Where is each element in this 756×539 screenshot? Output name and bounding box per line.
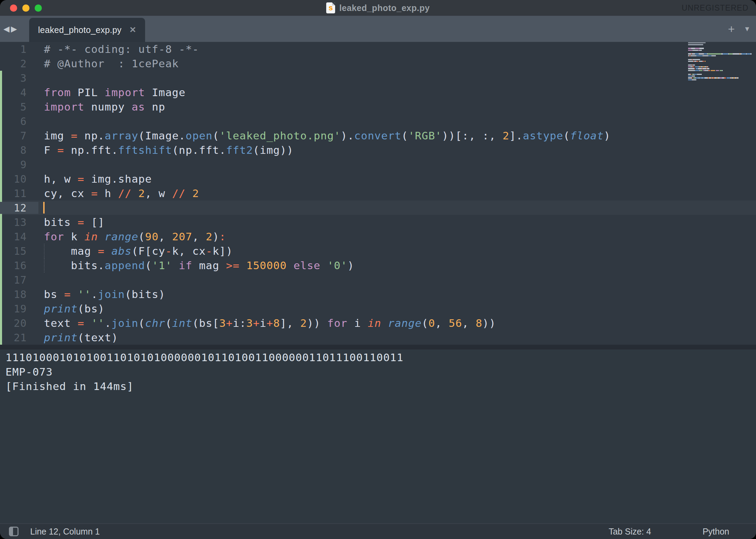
code-text: # @Author : 1cePeak bbox=[38, 57, 179, 70]
code-line-8[interactable]: 8F = np.fft.fftshift(np.fft.fft2(img)) bbox=[0, 143, 756, 157]
file-icon: s bbox=[326, 2, 335, 13]
syntax-status[interactable]: Python bbox=[702, 527, 729, 537]
tab-bar: ◀ ▶ leaked_photo_exp.py ✕ + ▼ bbox=[0, 16, 756, 42]
code-line-10[interactable]: 10h, w = img.shape bbox=[0, 172, 756, 186]
line-number: 20 bbox=[0, 317, 38, 329]
line-number: 10 bbox=[0, 173, 38, 185]
code-line-3[interactable]: 3 bbox=[0, 71, 756, 85]
line-number: 4 bbox=[0, 87, 38, 99]
line-number: 7 bbox=[0, 130, 38, 142]
code-line-9[interactable]: 9 bbox=[0, 157, 756, 172]
code-text: h, w = img.shape bbox=[38, 173, 152, 185]
tab-leaked-photo-exp[interactable]: leaked_photo_exp.py ✕ bbox=[29, 18, 145, 42]
code-line-17[interactable]: 17 bbox=[0, 273, 756, 287]
tab-nav-arrows: ◀ ▶ bbox=[3, 16, 17, 42]
code-line-16[interactable]: 16 bits.append('1' if mag >= 150000 else… bbox=[0, 258, 756, 273]
code-line-20[interactable]: 20text = ''.join(chr(int(bs[3+i:3+i+8], … bbox=[0, 316, 756, 330]
tab-overflow-button[interactable]: ▼ bbox=[744, 25, 751, 33]
status-bar: Line 12, Column 1 Tab Size: 4 Python bbox=[0, 523, 756, 539]
build-output-panel: 1110100010101001101010100000010110100110… bbox=[0, 349, 756, 523]
code-text: F = np.fft.fftshift(np.fft.fft2(img)) bbox=[38, 144, 294, 156]
title-bar: s leaked_photo_exp.py UNREGISTERED bbox=[0, 0, 756, 16]
code-line-5[interactable]: 5import numpy as np bbox=[0, 100, 756, 114]
line-number: 1 bbox=[0, 43, 38, 55]
code-text: print(text) bbox=[38, 331, 118, 344]
code-text: # -*- coding: utf-8 -*- bbox=[38, 43, 199, 55]
code-line-21[interactable]: 21print(text) bbox=[0, 330, 756, 345]
nav-forward-icon[interactable]: ▶ bbox=[11, 24, 17, 34]
minimap[interactable] bbox=[688, 42, 754, 124]
line-number: 8 bbox=[0, 144, 38, 156]
output-line: EMP-073 bbox=[0, 365, 756, 379]
line-number: 6 bbox=[0, 115, 38, 127]
tab-label: leaked_photo_exp.py bbox=[38, 25, 121, 35]
indent-guide bbox=[44, 244, 45, 258]
line-number: 2 bbox=[0, 58, 38, 70]
line-number: 16 bbox=[0, 260, 38, 272]
panel-toggle-icon[interactable] bbox=[9, 527, 19, 536]
title-center: s leaked_photo_exp.py bbox=[0, 0, 756, 16]
line-number: 15 bbox=[0, 245, 38, 257]
line-number: 3 bbox=[0, 72, 38, 84]
panel-divider bbox=[0, 345, 756, 349]
code-text: mag = abs(F[cy-k, cx-k]) bbox=[38, 245, 233, 257]
code-line-7[interactable]: 7img = np.array(Image.open('leaked_photo… bbox=[0, 128, 756, 143]
line-number: 18 bbox=[0, 288, 38, 300]
unregistered-badge: UNREGISTERED bbox=[682, 3, 748, 13]
window-title: leaked_photo_exp.py bbox=[339, 3, 430, 13]
sublime-window: s leaked_photo_exp.py UNREGISTERED ◀ ▶ l… bbox=[0, 0, 756, 539]
line-number: 13 bbox=[0, 216, 38, 228]
tab-actions: + ▼ bbox=[728, 16, 751, 42]
nav-back-icon[interactable]: ◀ bbox=[3, 24, 10, 34]
code-line-4[interactable]: 4from PIL import Image bbox=[0, 85, 756, 100]
code-line-13[interactable]: 13bits = [] bbox=[0, 215, 756, 229]
code-text: bits.append('1' if mag >= 150000 else '0… bbox=[38, 259, 354, 272]
line-number: 9 bbox=[0, 159, 38, 171]
code-text: cy, cx = h // 2, w // 2 bbox=[38, 187, 199, 199]
output-line: 1110100010101001101010100000010110100110… bbox=[0, 350, 756, 365]
code-lines: 1# -*- coding: utf-8 -*-2# @Author : 1ce… bbox=[0, 42, 756, 345]
code-line-19[interactable]: 19print(bs) bbox=[0, 301, 756, 316]
minimap-row bbox=[688, 79, 754, 81]
new-tab-button[interactable]: + bbox=[728, 23, 735, 35]
code-text: print(bs) bbox=[38, 302, 105, 315]
text-caret bbox=[43, 202, 45, 214]
code-text: bits = [] bbox=[38, 216, 105, 228]
code-text: from PIL import Image bbox=[38, 86, 186, 99]
code-text: import numpy as np bbox=[38, 101, 165, 113]
code-line-14[interactable]: 14for k in range(90, 207, 2): bbox=[0, 229, 756, 244]
code-line-18[interactable]: 18bs = ''.join(bits) bbox=[0, 287, 756, 301]
code-line-6[interactable]: 6 bbox=[0, 114, 756, 128]
indent-guide bbox=[44, 258, 45, 273]
line-number: 17 bbox=[0, 274, 38, 286]
code-text: img = np.array(Image.open('leaked_photo.… bbox=[38, 129, 611, 142]
code-line-12[interactable]: 12 bbox=[0, 200, 756, 215]
line-number: 19 bbox=[0, 303, 38, 315]
code-line-1[interactable]: 1# -*- coding: utf-8 -*- bbox=[0, 42, 756, 56]
line-number: 5 bbox=[0, 101, 38, 113]
code-line-2[interactable]: 2# @Author : 1cePeak bbox=[0, 56, 756, 71]
line-number: 12 bbox=[0, 202, 38, 214]
line-number: 14 bbox=[0, 231, 38, 243]
tab-close-icon[interactable]: ✕ bbox=[129, 25, 136, 35]
line-number: 11 bbox=[0, 187, 38, 199]
tab-size-status[interactable]: Tab Size: 4 bbox=[609, 527, 651, 537]
code-line-11[interactable]: 11cy, cx = h // 2, w // 2 bbox=[0, 186, 756, 200]
line-number: 21 bbox=[0, 332, 38, 344]
code-text: bs = ''.join(bits) bbox=[38, 288, 165, 300]
code-text: for k in range(90, 207, 2): bbox=[38, 230, 226, 243]
code-line-15[interactable]: 15 mag = abs(F[cy-k, cx-k]) bbox=[0, 244, 756, 258]
output-line: [Finished in 144ms] bbox=[0, 379, 756, 393]
code-editor[interactable]: 1# -*- coding: utf-8 -*-2# @Author : 1ce… bbox=[0, 42, 756, 345]
code-text: text = ''.join(chr(int(bs[3+i:3+i+8], 2)… bbox=[38, 317, 496, 329]
cursor-position-status: Line 12, Column 1 bbox=[30, 527, 100, 537]
